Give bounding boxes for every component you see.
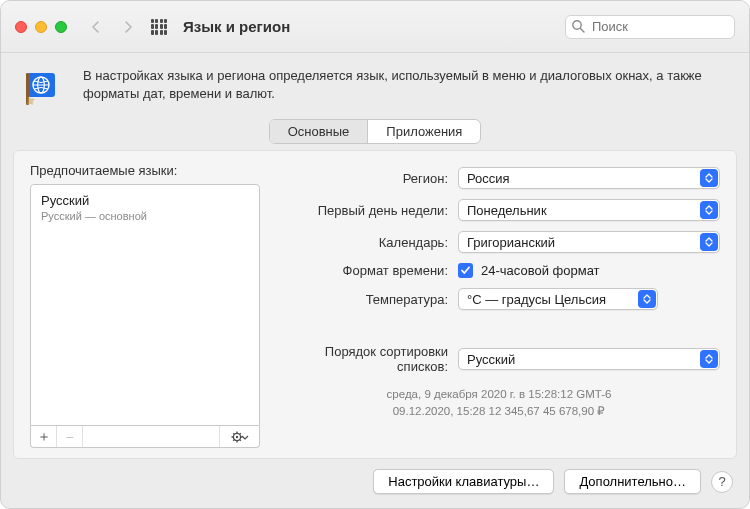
sort-order-label: Порядок сортировки списков:	[278, 344, 448, 374]
first-weekday-value: Понедельник	[467, 203, 547, 218]
updown-icon	[700, 169, 718, 187]
window-title: Язык и регион	[183, 18, 290, 35]
toolbar: Язык и регион	[1, 1, 749, 53]
temperature-value: °C — градусы Цельсия	[467, 292, 606, 307]
traffic-lights	[15, 21, 67, 33]
svg-line-16	[233, 439, 234, 440]
language-flag-icon	[23, 67, 65, 109]
language-list-toolbar: ＋ −	[30, 426, 260, 448]
remove-language-button[interactable]: −	[57, 426, 83, 447]
svg-line-1	[580, 28, 584, 32]
svg-line-13	[233, 433, 234, 434]
search-input[interactable]	[565, 15, 735, 39]
show-all-button[interactable]	[151, 19, 167, 35]
24hr-label: 24-часовой формат	[481, 263, 600, 278]
first-weekday-label: Первый день недели:	[278, 203, 448, 218]
language-list-item[interactable]: Русский Русский — основной	[41, 193, 249, 222]
keyboard-settings-button[interactable]: Настройки клавиатуры…	[373, 469, 554, 494]
advanced-button[interactable]: Дополнительно…	[564, 469, 701, 494]
sample-line-1: среда, 9 декабря 2020 г. в 15:28:12 GMT-…	[278, 386, 720, 403]
tab-bar: Основные Приложения	[1, 119, 749, 148]
footer: Настройки клавиатуры… Дополнительно… ?	[1, 469, 749, 508]
svg-line-14	[239, 439, 240, 440]
region-select[interactable]: Россия	[458, 167, 720, 189]
calendar-value: Григорианский	[467, 235, 555, 250]
calendar-label: Календарь:	[278, 235, 448, 250]
minimize-window-button[interactable]	[35, 21, 47, 33]
sample-line-2: 09.12.2020, 15:28 12 345,67 45 678,90 ₽	[278, 403, 720, 420]
time-format-label: Формат времени:	[278, 263, 448, 278]
forward-button[interactable]	[117, 16, 139, 38]
first-weekday-select[interactable]: Понедельник	[458, 199, 720, 221]
region-label: Регион:	[278, 171, 448, 186]
updown-icon	[700, 233, 718, 251]
tab-applications[interactable]: Приложения	[367, 120, 480, 143]
updown-icon	[638, 290, 656, 308]
language-list[interactable]: Русский Русский — основной	[30, 184, 260, 426]
window: Язык и регион В настройках языка и регио…	[0, 0, 750, 509]
settings-form: Регион: Россия Первый день недели: Понед…	[278, 163, 720, 448]
preferred-languages-section: Предпочитаемые языки: Русский Русский — …	[30, 163, 260, 448]
svg-line-15	[239, 433, 240, 434]
updown-icon	[700, 350, 718, 368]
updown-icon	[700, 201, 718, 219]
24hr-checkbox[interactable]	[458, 263, 473, 278]
region-value: Россия	[467, 171, 510, 186]
temperature-label: Температура:	[278, 292, 448, 307]
checkmark-icon	[460, 265, 471, 276]
calendar-select[interactable]: Григорианский	[458, 231, 720, 253]
preferred-languages-label: Предпочитаемые языки:	[30, 163, 260, 178]
language-name: Русский	[41, 193, 249, 208]
tab-general[interactable]: Основные	[270, 120, 368, 143]
help-button[interactable]: ?	[711, 471, 733, 493]
add-language-button[interactable]: ＋	[31, 426, 57, 447]
svg-point-8	[235, 435, 237, 437]
temperature-select[interactable]: °C — градусы Цельсия	[458, 288, 658, 310]
search-icon	[571, 19, 586, 34]
search-field[interactable]	[565, 15, 735, 39]
time-format-row: 24-часовой формат	[458, 263, 720, 278]
content-panel: Предпочитаемые языки: Русский Русский — …	[13, 150, 737, 459]
sort-order-value: Русский	[467, 352, 515, 367]
zoom-window-button[interactable]	[55, 21, 67, 33]
language-subtitle: Русский — основной	[41, 210, 249, 222]
language-actions-menu[interactable]	[219, 426, 259, 447]
format-sample: среда, 9 декабря 2020 г. в 15:28:12 GMT-…	[278, 386, 720, 421]
description-text: В настройках языка и региона определяетс…	[83, 67, 727, 103]
back-button[interactable]	[85, 16, 107, 38]
description-area: В настройках языка и региона определяетс…	[1, 53, 749, 119]
sort-order-select[interactable]: Русский	[458, 348, 720, 370]
close-window-button[interactable]	[15, 21, 27, 33]
